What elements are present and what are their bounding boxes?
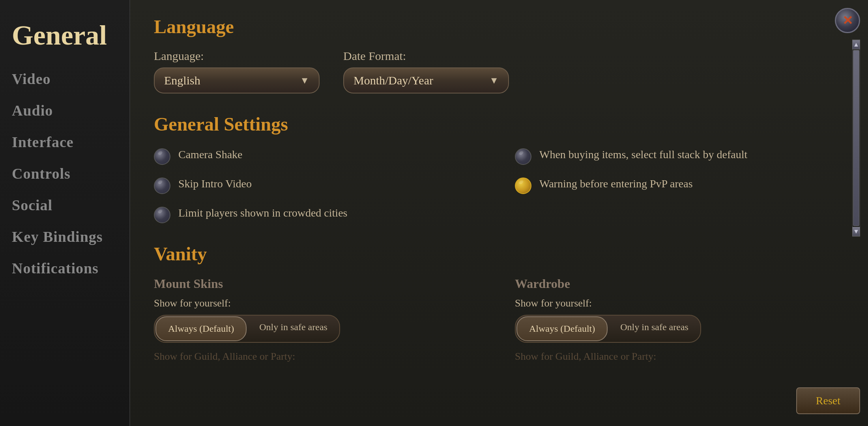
language-section: Language Language: English ▼ Date Format… (154, 16, 844, 93)
scrollbar-track: ▲ ▼ (852, 39, 860, 237)
scrollbar-thumb[interactable] (853, 50, 859, 226)
language-label: Language: (154, 49, 320, 63)
sidebar: General Video Audio Interface Controls S… (0, 0, 130, 426)
wardrobe-title: Wardrobe (515, 277, 844, 291)
pvp-warning-label: Warning before entering PvP areas (539, 176, 693, 191)
wardrobe-always-btn[interactable]: Always (Default) (516, 316, 608, 341)
skip-intro-radio[interactable] (154, 178, 170, 194)
language-dropdown-arrow: ▼ (300, 75, 309, 86)
main-content: ✕ ▲ ▼ Language Language: English ▼ Date … (130, 0, 868, 426)
sidebar-item-social[interactable]: Social (0, 189, 129, 221)
general-settings-title: General Settings (154, 113, 844, 135)
vanity-section: Vanity Mount Skins Show for yourself: Al… (154, 243, 844, 362)
date-format-label: Date Format: (343, 49, 509, 63)
wardrobe-safe-btn[interactable]: Only in safe areas (608, 316, 700, 342)
camera-shake-setting: Camera Shake (154, 147, 483, 165)
pvp-warning-radio[interactable] (515, 178, 531, 194)
limit-players-label: Limit players shown in crowded cities (178, 205, 347, 220)
page-title: General (0, 4, 129, 63)
reset-button[interactable]: Reset (796, 387, 860, 414)
scrollbar-down-arrow[interactable]: ▼ (852, 227, 860, 236)
mount-guild-label: Show for Guild, Alliance or Party: (154, 351, 483, 362)
mount-skins-subsection: Mount Skins Show for yourself: Always (D… (154, 277, 483, 362)
language-row: Language: English ▼ Date Format: Month/D… (154, 49, 844, 93)
date-format-value: Month/Day/Year (354, 74, 433, 87)
wardrobe-toggle-group: Always (Default) Only in safe areas (515, 315, 701, 343)
language-value: English (164, 74, 200, 87)
vanity-title: Vanity (154, 243, 844, 265)
full-stack-setting: When buying items, select full stack by … (515, 147, 844, 165)
camera-shake-label: Camera Shake (178, 147, 243, 162)
sidebar-item-audio[interactable]: Audio (0, 95, 129, 126)
skip-intro-label: Skip Intro Video (178, 176, 252, 191)
sidebar-item-keybindings[interactable]: Key Bindings (0, 221, 129, 252)
scrollbar-up-arrow[interactable]: ▲ (852, 40, 860, 49)
full-stack-label: When buying items, select full stack by … (539, 147, 747, 162)
camera-shake-radio[interactable] (154, 148, 170, 165)
sidebar-item-interface[interactable]: Interface (0, 126, 129, 158)
mount-safe-btn[interactable]: Only in safe areas (247, 316, 339, 342)
date-format-dropdown-arrow: ▼ (489, 75, 499, 86)
sidebar-item-controls[interactable]: Controls (0, 158, 129, 189)
wardrobe-guild-label: Show for Guild, Alliance or Party: (515, 351, 844, 362)
pvp-warning-setting: Warning before entering PvP areas (515, 176, 844, 194)
wardrobe-subsection: Wardrobe Show for yourself: Always (Defa… (515, 277, 844, 362)
settings-grid: Camera Shake Skip Intro Video Limit play… (154, 147, 844, 223)
skip-intro-setting: Skip Intro Video (154, 176, 483, 194)
language-dropdown[interactable]: English ▼ (154, 67, 320, 93)
date-format-field-group: Date Format: Month/Day/Year ▼ (343, 49, 509, 93)
full-stack-radio[interactable] (515, 148, 531, 165)
mount-toggle-group: Always (Default) Only in safe areas (154, 315, 340, 343)
date-format-dropdown[interactable]: Month/Day/Year ▼ (343, 67, 509, 93)
mount-show-label: Show for yourself: (154, 297, 483, 309)
mount-always-btn[interactable]: Always (Default) (155, 316, 247, 341)
mount-skins-title: Mount Skins (154, 277, 483, 291)
vanity-grid: Mount Skins Show for yourself: Always (D… (154, 277, 844, 362)
wardrobe-show-label: Show for yourself: (515, 297, 844, 309)
sidebar-item-video[interactable]: Video (0, 63, 129, 95)
close-button[interactable]: ✕ (835, 8, 860, 33)
language-field-group: Language: English ▼ (154, 49, 320, 93)
settings-right-col: When buying items, select full stack by … (515, 147, 844, 223)
settings-left-col: Camera Shake Skip Intro Video Limit play… (154, 147, 483, 223)
limit-players-radio[interactable] (154, 207, 170, 223)
sidebar-item-notifications[interactable]: Notifications (0, 252, 129, 284)
limit-players-setting: Limit players shown in crowded cities (154, 205, 483, 223)
language-section-title: Language (154, 16, 844, 37)
general-settings-section: General Settings Camera Shake Skip Intro… (154, 113, 844, 223)
